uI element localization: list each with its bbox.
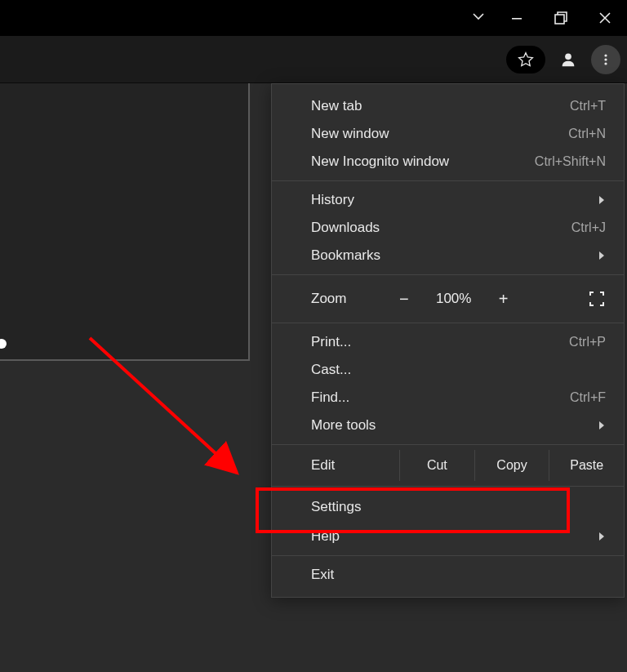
menu-label: Print...	[311, 334, 351, 350]
browser-main-menu: New tab Ctrl+T New window Ctrl+N New Inc…	[271, 83, 625, 598]
submenu-chevron	[598, 532, 606, 541]
minimize-icon	[510, 11, 523, 24]
menu-label: Bookmarks	[311, 247, 380, 264]
menu-shortcut: Ctrl+N	[568, 127, 606, 141]
menu-separator	[272, 180, 624, 181]
menu-separator	[272, 486, 624, 487]
profile-button[interactable]	[554, 45, 583, 74]
menu-label: New Incognito window	[311, 154, 449, 170]
menu-label: History	[311, 192, 354, 208]
menu-label: New tab	[311, 98, 362, 114]
menu-item-new-incognito[interactable]: New Incognito window Ctrl+Shift+N	[272, 148, 624, 176]
menu-shortcut: Ctrl+F	[570, 390, 606, 405]
menu-shortcut: Ctrl+P	[569, 335, 606, 349]
menu-shortcut: Ctrl+Shift+N	[535, 154, 606, 169]
chevron-right-icon	[598, 195, 606, 205]
browser-toolbar	[0, 36, 627, 83]
maximize-icon	[553, 10, 569, 26]
menu-label: New window	[311, 126, 389, 142]
page-content-area	[0, 83, 250, 361]
menu-label: Cast...	[311, 362, 351, 378]
submenu-chevron	[598, 195, 606, 205]
paste-button[interactable]: Paste	[549, 450, 624, 481]
maximize-button[interactable]	[539, 0, 583, 36]
minimize-button[interactable]	[495, 0, 539, 36]
zoom-value: 100%	[429, 291, 479, 307]
menu-item-downloads[interactable]: Downloads Ctrl+J	[272, 214, 624, 242]
svg-point-4	[604, 58, 607, 60]
menu-item-exit[interactable]: Exit	[272, 561, 624, 589]
menu-label: More tools	[311, 417, 376, 434]
zoom-label: Zoom	[311, 291, 399, 307]
cut-button[interactable]: Cut	[400, 450, 475, 481]
menu-zoom-row: Zoom − 100% +	[272, 280, 624, 318]
menu-item-find[interactable]: Find... Ctrl+F	[272, 384, 624, 412]
menu-item-new-window[interactable]: New window Ctrl+N	[272, 120, 624, 148]
svg-rect-1	[555, 15, 564, 24]
menu-label: Downloads	[311, 220, 380, 236]
menu-shortcut: Ctrl+J	[571, 220, 606, 235]
close-button[interactable]	[583, 0, 627, 36]
menu-item-bookmarks[interactable]: Bookmarks	[272, 242, 624, 269]
three-dots-icon	[599, 53, 612, 66]
svg-point-5	[604, 62, 607, 65]
zoom-out-button[interactable]: −	[399, 290, 409, 309]
profile-icon	[559, 51, 577, 69]
edit-actions: Cut Copy Paste	[399, 450, 624, 481]
menu-edit-row: Edit Cut Copy Paste	[272, 450, 624, 481]
menu-item-new-tab[interactable]: New tab Ctrl+T	[272, 92, 624, 120]
close-icon	[598, 11, 611, 24]
window-titlebar	[0, 0, 627, 36]
menu-item-help[interactable]: Help	[272, 523, 624, 550]
menu-label: Help	[311, 528, 340, 545]
menu-item-cast[interactable]: Cast...	[272, 356, 624, 384]
fullscreen-icon	[589, 291, 605, 307]
chevron-right-icon	[598, 421, 606, 430]
menu-label: Find...	[311, 389, 349, 406]
menu-item-more-tools[interactable]: More tools	[272, 412, 624, 439]
kebab-menu-button[interactable]	[591, 45, 620, 74]
menu-shortcut: Ctrl+T	[570, 99, 606, 113]
zoom-controls: − 100% +	[399, 290, 614, 309]
menu-separator	[272, 274, 624, 275]
zoom-in-button[interactable]: +	[499, 290, 509, 309]
menu-separator	[272, 555, 624, 556]
submenu-chevron	[598, 251, 606, 260]
menu-item-settings[interactable]: Settings	[272, 492, 624, 523]
svg-point-2	[565, 53, 571, 60]
submenu-chevron	[598, 421, 606, 430]
chevron-right-icon	[598, 532, 606, 541]
copy-button[interactable]: Copy	[475, 450, 550, 481]
edit-label: Edit	[311, 457, 399, 474]
menu-separator	[272, 323, 624, 323]
tab-search-button[interactable]	[470, 8, 487, 28]
chevron-right-icon	[598, 251, 606, 260]
menu-separator	[272, 444, 624, 445]
menu-label: Settings	[311, 499, 361, 515]
menu-label: Exit	[311, 567, 334, 583]
star-icon	[518, 51, 534, 68]
menu-item-history[interactable]: History	[272, 186, 624, 214]
bookmark-button[interactable]	[506, 46, 545, 73]
fullscreen-button[interactable]	[586, 291, 607, 307]
svg-point-3	[604, 54, 607, 56]
svg-rect-0	[512, 18, 522, 20]
menu-item-print[interactable]: Print... Ctrl+P	[272, 328, 624, 356]
chevron-down-icon	[470, 8, 487, 24]
